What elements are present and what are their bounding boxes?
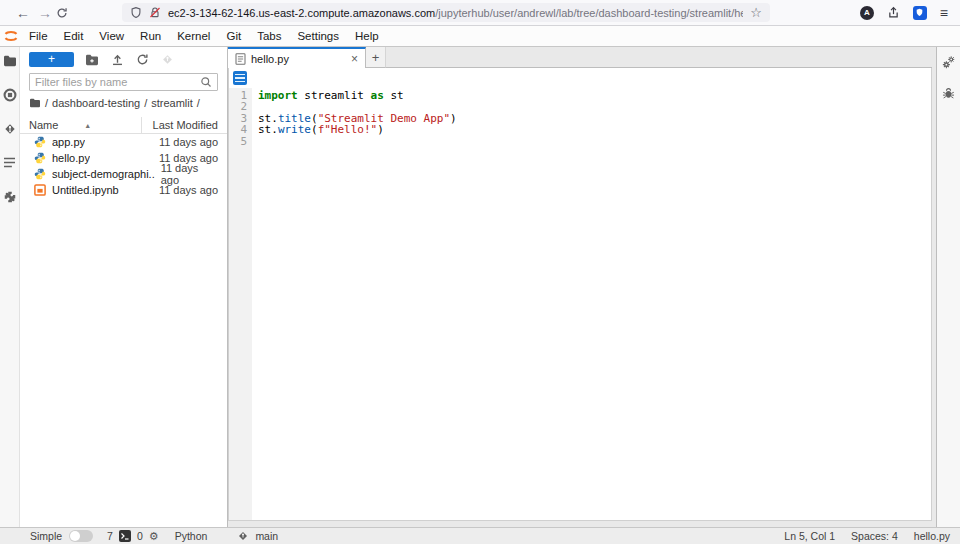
menu-view[interactable]: View [91, 26, 132, 46]
bug-icon [942, 87, 955, 100]
current-file-status: hello.py [914, 530, 950, 542]
git-diamond-icon [237, 530, 249, 542]
git-clone-button[interactable] [160, 53, 174, 67]
url-path: /jupyterhub/user/andrewl/lab/tree/dashbo… [435, 7, 743, 19]
file-browser-panel: + / dashboard-testing / streamlit / [20, 47, 228, 527]
upload-button[interactable] [110, 53, 124, 67]
main-area: + / dashboard-testing / streamlit / [0, 47, 960, 527]
indent-spaces-status[interactable]: Spaces: 4 [851, 530, 898, 542]
refresh-button[interactable] [135, 53, 149, 67]
breadcrumb-item-streamlit[interactable]: streamlit [151, 97, 193, 109]
new-folder-button[interactable] [85, 53, 99, 67]
format-menu-icon[interactable] [233, 71, 247, 85]
home-folder-icon[interactable] [29, 98, 41, 108]
bookmark-star-icon[interactable]: ☆ [750, 5, 762, 20]
menu-help[interactable]: Help [347, 26, 387, 46]
url-host: ec2-3-134-62-146.us-east-2.compute.amazo… [168, 7, 435, 19]
python-file-icon [34, 168, 46, 180]
tab-close-icon[interactable]: × [351, 52, 358, 66]
file-editor: 1 2 3 4 5 import streamlit as st st.titl… [228, 68, 932, 521]
new-launcher-button[interactable]: + [29, 52, 74, 67]
url-text[interactable]: ec2-3-134-62-146.us-east-2.compute.amazo… [168, 7, 743, 19]
file-row-subject-demographics[interactable]: subject-demographi... 11 days ago [20, 166, 227, 182]
debugger-tab[interactable] [942, 87, 955, 100]
cursor-position-status[interactable]: Ln 5, Col 1 [784, 530, 835, 542]
gears-icon [942, 55, 956, 69]
sort-ascending-icon: ▲ [84, 122, 91, 129]
browser-extension-area: A ≡ [860, 5, 948, 21]
browser-reload-button[interactable] [56, 7, 78, 19]
refresh-icon [136, 53, 149, 66]
running-sessions-status[interactable]: 7 0 ⚙ [107, 530, 159, 543]
file-name: subject-demographi... [52, 168, 155, 180]
kernel-name-status[interactable]: Python [175, 530, 208, 542]
status-bar-right: Ln 5, Col 1 Spaces: 4 hello.py [784, 530, 950, 542]
breadcrumb-item-dashboard-testing[interactable]: dashboard-testing [52, 97, 140, 109]
file-modified: 11 days ago [159, 136, 218, 148]
code-content[interactable]: import streamlit as st st.title("Streaml… [252, 88, 457, 520]
code-line-4: st.write(f"Hello!") [258, 124, 457, 135]
line-number-gutter: 1 2 3 4 5 [229, 88, 252, 520]
filter-files-box [29, 73, 218, 91]
text-file-icon [235, 53, 246, 65]
code-line-5 [258, 136, 457, 147]
git-tab[interactable] [2, 121, 17, 136]
browser-back-button[interactable]: ← [12, 5, 34, 21]
code-editor[interactable]: 1 2 3 4 5 import streamlit as st st.titl… [229, 88, 931, 520]
menu-kernel[interactable]: Kernel [169, 26, 218, 46]
right-sidebar-strip [936, 47, 960, 527]
running-sessions-tab[interactable] [2, 87, 17, 102]
search-icon [200, 76, 212, 88]
share-icon[interactable] [887, 6, 900, 19]
extension-manager-tab[interactable] [2, 189, 17, 204]
toggle-knob [70, 531, 80, 541]
line-number: 5 [229, 136, 247, 147]
menu-settings[interactable]: Settings [289, 26, 347, 46]
git-branch-status[interactable]: main [237, 530, 278, 542]
left-sidebar-strip [0, 47, 20, 527]
menu-tabs[interactable]: Tabs [249, 26, 289, 46]
file-row-untitled-ipynb[interactable]: Untitled.ipynb 11 days ago [20, 182, 227, 198]
editor-dock: hello.py × + 1 2 3 4 5 import streamlit … [228, 47, 936, 527]
filter-files-input[interactable] [35, 76, 200, 88]
browser-forward-button[interactable]: → [34, 5, 56, 21]
menu-edit[interactable]: Edit [56, 26, 92, 46]
file-browser-tab[interactable] [2, 53, 17, 68]
new-tab-button[interactable]: + [366, 47, 386, 68]
browser-menu-icon[interactable]: ≡ [940, 5, 948, 21]
kernel-icon: ⚙ [149, 530, 159, 543]
tab-bar-empty-space [386, 47, 932, 68]
menu-file[interactable]: File [21, 26, 56, 46]
folder-icon [3, 55, 17, 67]
status-bar: Simple 7 0 ⚙ Python main Ln 5, Col 1 Spa… [0, 527, 960, 544]
password-manager-extension-icon[interactable] [913, 6, 927, 20]
toc-icon [3, 157, 16, 168]
simple-mode-toggle[interactable] [69, 530, 93, 542]
file-row-app-py[interactable]: app.py 11 days ago [20, 134, 227, 150]
kernel-count: 0 [137, 530, 143, 542]
tracking-shield-icon[interactable] [130, 6, 142, 19]
menu-run[interactable]: Run [132, 26, 169, 46]
breadcrumb-separator: / [197, 97, 200, 109]
tab-hello-py[interactable]: hello.py × [228, 47, 366, 68]
insecure-lock-icon[interactable] [149, 6, 161, 19]
sort-by-name-header[interactable]: Name ▲ [29, 119, 141, 131]
file-name: hello.py [52, 152, 90, 164]
menu-git[interactable]: Git [218, 26, 249, 46]
property-inspector-tab[interactable] [942, 55, 956, 69]
account-extension-icon[interactable]: A [860, 6, 874, 20]
browser-address-bar[interactable]: ec2-3-134-62-146.us-east-2.compute.amazo… [122, 3, 770, 22]
file-browser-toolbar: + [20, 47, 227, 72]
editor-toolbar [229, 68, 931, 88]
reload-icon [56, 7, 68, 19]
file-modified: 11 days ago [159, 184, 218, 196]
file-list-header: Name ▲ Last Modified [20, 117, 227, 134]
browser-toolbar: ← → ec2-3-134-62-146.us-east-2.compute.a… [0, 0, 960, 26]
running-icon [3, 88, 17, 102]
terminal-count: 7 [107, 530, 113, 542]
new-folder-icon [85, 54, 99, 66]
python-file-icon [34, 136, 46, 148]
notebook-file-icon [34, 184, 46, 196]
table-of-contents-tab[interactable] [2, 155, 17, 170]
sort-by-modified-header[interactable]: Last Modified [141, 117, 227, 134]
